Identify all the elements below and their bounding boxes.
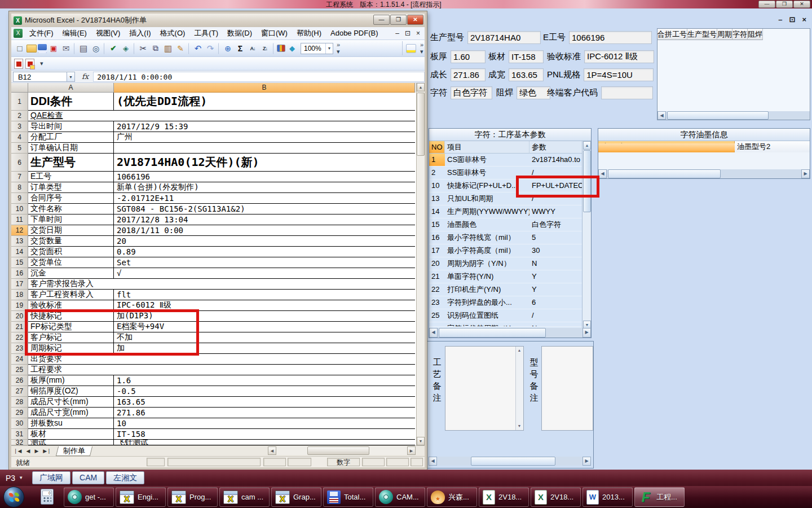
redo-icon[interactable] [205, 43, 216, 54]
table-row[interactable]: 20 周期为阴字（Y/N） N [429, 257, 583, 270]
quick-launch-button[interactable]: 左湘文 [106, 471, 144, 484]
row-header[interactable]: 28 [11, 397, 28, 408]
workbook-close-icon[interactable]: × [416, 29, 420, 37]
row-header[interactable]: 26 [11, 375, 28, 386]
sheet-row[interactable]: 16 沉金 √ [11, 268, 423, 279]
restore-icon[interactable]: ❐ [776, 1, 793, 8]
field-value[interactable]: 白色字符 [451, 86, 492, 99]
row-header[interactable]: 25 [11, 365, 28, 375]
cell-b[interactable]: IT-158 [114, 429, 415, 440]
column-header-a[interactable]: A [28, 83, 114, 93]
cell-a[interactable]: 导出时间 [28, 121, 114, 132]
cell-b[interactable] [114, 279, 415, 290]
sheet-row[interactable]: 28 成品尺寸长(mm) 163.65 [11, 397, 423, 408]
merge-column-header[interactable]: 生产型号 [687, 29, 717, 40]
sheet-row[interactable]: 7 E工号 1066196 [11, 172, 423, 182]
preview-icon[interactable] [90, 43, 102, 54]
sheet-tab[interactable]: 制作单 [56, 446, 92, 456]
cell-b[interactable] [114, 143, 415, 154]
scroll-thumb[interactable] [439, 328, 546, 338]
scroll-thumb[interactable] [417, 93, 425, 156]
sortza-icon[interactable] [259, 43, 271, 54]
calculator-icon[interactable] [41, 489, 54, 505]
sep-icon[interactable] [218, 43, 220, 54]
save-icon[interactable] [38, 44, 47, 53]
cell-b[interactable] [114, 111, 415, 121]
cell-b[interactable]: SGT084 - BC156-2(SG113A1&2) [114, 204, 415, 214]
row-header[interactable]: 6 [11, 154, 28, 172]
toolbar-overflow-icon[interactable]: ▾ [40, 60, 43, 67]
mdi-restore-icon[interactable]: ⊡ [789, 16, 796, 23]
cell-a[interactable]: 交货单位 [28, 257, 114, 268]
sheet-row[interactable]: 26 板厚(mm) 1.6 [11, 375, 423, 386]
sheet-row[interactable]: 14 交货面积 0.89 [11, 247, 423, 257]
cell-a[interactable]: DDI条件 [28, 93, 114, 111]
taskbar-button[interactable]: Engi... [116, 487, 166, 507]
table-row[interactable]: 22 打印机生产(Y/N) Y [429, 283, 583, 296]
sep-icon[interactable] [273, 43, 275, 54]
sheet-row[interactable]: 9 合同序号 -2.01712E+11 [11, 193, 423, 204]
convert-and-email-pdf-icon[interactable] [25, 59, 34, 69]
cell-b[interactable]: 163.65 [114, 397, 415, 408]
row-header[interactable]: 17 [11, 279, 28, 290]
sheet-row[interactable]: 27 铜箔厚度(OZ) -0.5 [11, 386, 423, 397]
sheet-row[interactable]: 12 交货日期 2018/1/11 0:00 [11, 225, 423, 236]
field-value[interactable]: 1P=4S=10U [584, 68, 654, 81]
taskbar-button[interactable]: 2013... [582, 487, 633, 507]
cell-a[interactable]: 成品尺寸长(mm) [28, 397, 114, 408]
menu-item[interactable]: 数据(D) [223, 27, 257, 40]
cell-a[interactable]: 板厚(mm) [28, 375, 114, 386]
sheet-hscrollbar[interactable]: ◀ ▶ [268, 446, 416, 455]
sheet-row[interactable]: 30 拼板数su 10 [11, 418, 423, 429]
sheet-row[interactable]: 8 订单类型 新单(合拼)(外发制作) [11, 182, 423, 193]
menu-item[interactable]: 窗口(W) [257, 27, 292, 40]
sheet-row[interactable]: 6 生产型号 2V18714HA0(12天件)(新) [11, 154, 423, 172]
menu-item[interactable]: 工具(T) [189, 27, 223, 40]
cell-a[interactable]: 沉金 [28, 268, 114, 279]
scroll-down-icon[interactable]: ▼ [417, 437, 425, 445]
cell-a[interactable]: 交货面积 [28, 247, 114, 257]
excel-close-icon[interactable]: ✕ [407, 15, 423, 25]
merge-column-header[interactable]: 阻焊 [748, 29, 763, 40]
cell-b[interactable]: -2.01712E+11 [114, 193, 415, 204]
row-header[interactable]: 27 [11, 386, 28, 397]
sep-icon[interactable] [104, 43, 105, 54]
cell-a[interactable]: 分配工厂 [28, 132, 114, 143]
column-header-item[interactable]: 项目 [445, 141, 529, 154]
row-header[interactable]: 11 [11, 214, 28, 225]
cell-b[interactable]: √ [114, 268, 415, 279]
table-row[interactable]: 17 最小字符高度（mil） 30 [429, 244, 583, 257]
cell-b[interactable]: 2017/12/8 13:04 [114, 214, 415, 225]
new-icon[interactable] [14, 43, 25, 54]
sheet-row[interactable]: 25 工程要求 [11, 365, 423, 375]
sheet-row[interactable]: 10 文件名称 SGT084 - BC156-2(SG113A1&2) [11, 204, 423, 214]
cell-a[interactable]: 板材 [28, 429, 114, 440]
row-header[interactable]: 30 [11, 418, 28, 429]
cut-icon[interactable] [138, 43, 149, 54]
cell-a[interactable]: 客户需求报告录入 [28, 279, 114, 290]
textarea-vscrollbar[interactable]: ▲ ▼ [515, 347, 523, 430]
model-remark-textarea[interactable] [541, 346, 593, 431]
fx-icon[interactable]: fx [82, 72, 89, 81]
sep-icon[interactable] [188, 43, 190, 54]
select-all-corner[interactable] [11, 83, 28, 93]
sortaz-icon[interactable] [247, 43, 258, 54]
scroll-up-icon[interactable]: ▲ [583, 141, 591, 150]
row-header[interactable]: 5 [11, 143, 28, 154]
sheet-row[interactable]: 32 测试 飞针测试 [11, 440, 423, 445]
taskbar-button[interactable]: get -... [64, 487, 114, 507]
merge-column-header[interactable]: 字符 [732, 29, 748, 40]
chevron-down-icon[interactable]: ▼ [325, 43, 333, 54]
menu-item[interactable]: 文件(F) [25, 27, 58, 40]
row-header[interactable]: 8 [11, 182, 28, 193]
undo-icon[interactable] [192, 43, 204, 54]
field-value[interactable]: 1066196 [569, 31, 652, 44]
sheet-row[interactable]: 5 订单确认日期 [11, 143, 423, 154]
remarks-hscrollbar[interactable]: ◀ ▶ [429, 457, 591, 466]
field-value[interactable]: 271.86 [451, 68, 486, 81]
merge-column-header[interactable]: 周期 [717, 29, 732, 40]
toolbar-overflow-icon[interactable]: »▾ [420, 41, 423, 55]
cell-a[interactable]: 铜箔厚度(OZ) [28, 386, 114, 397]
menu-item[interactable]: Adobe PDF(B) [326, 27, 383, 40]
cell-b[interactable]: 271.86 [114, 408, 415, 418]
